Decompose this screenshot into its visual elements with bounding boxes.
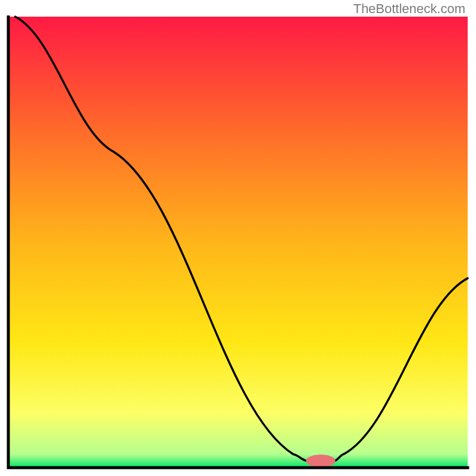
bottleneck-chart [6, 15, 470, 470]
watermark-text: TheBottleneck.com [353, 1, 465, 17]
optimal-marker [306, 455, 335, 467]
chart-svg [6, 15, 470, 470]
gradient-background [8, 17, 468, 468]
